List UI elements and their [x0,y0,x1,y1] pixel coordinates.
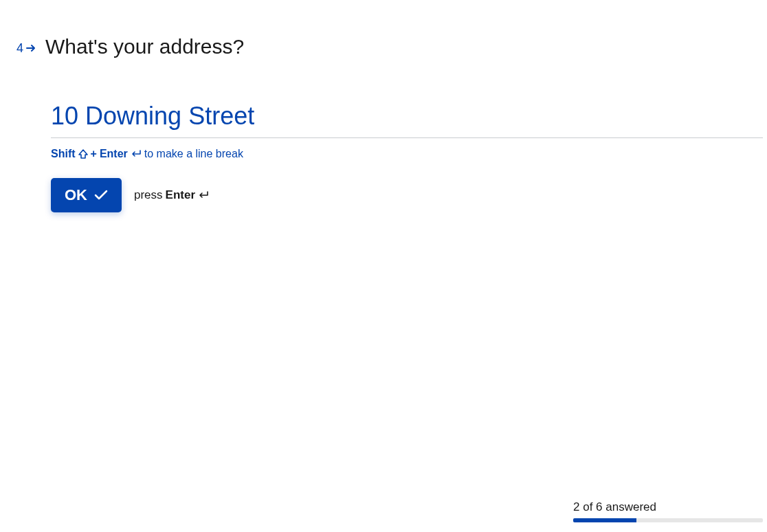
enter-icon [131,150,142,158]
hint-enter-label: Enter [100,148,128,160]
shift-icon [78,149,88,159]
question-number: 4 [16,42,23,54]
ok-button-label: OK [65,186,87,204]
arrow-right-icon [26,44,36,52]
press-label: press [134,188,163,202]
hint-plus: + [91,148,97,160]
question-title: What's your address? [45,34,244,59]
question-number-badge: 4 [16,39,36,54]
enter-icon [198,191,209,199]
address-input[interactable] [51,100,763,138]
progress-text: 2 of 6 answered [573,500,763,514]
press-enter-hint: press Enter [134,188,209,202]
progress-footer: 2 of 6 answered [573,500,763,522]
check-icon [94,190,108,201]
press-enter-label: Enter [166,188,195,202]
line-break-hint: Shift + Enter to make a line break [51,148,763,160]
progress-bar [573,518,763,522]
ok-button[interactable]: OK [51,178,122,212]
question-header: 4 What's your address? [16,34,763,59]
hint-rest: to make a line break [144,148,243,160]
hint-shift-label: Shift [51,148,76,160]
progress-fill [573,518,636,522]
